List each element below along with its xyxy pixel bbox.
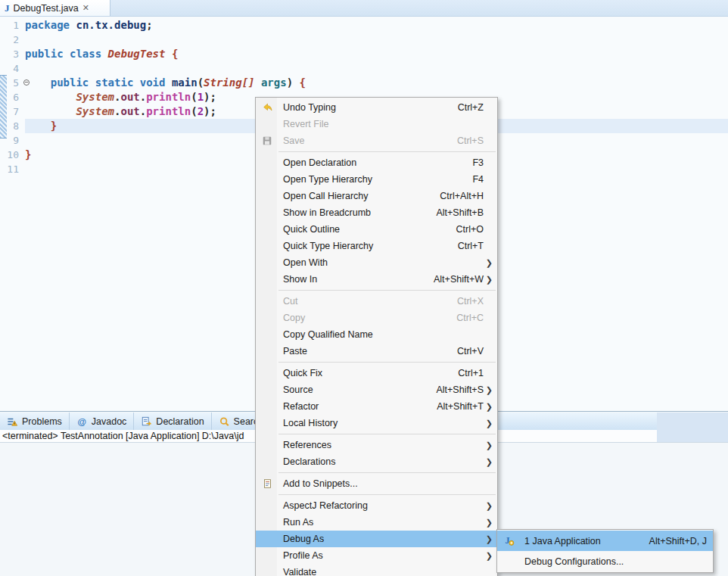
code-line-4[interactable]: 4 — [0, 61, 728, 76]
menu-item-label: Debug As — [278, 534, 324, 544]
tab-close-icon[interactable]: ✕ — [82, 3, 89, 13]
snippet-icon — [256, 478, 278, 489]
code-text: package cn.tx.debug; — [25, 18, 728, 33]
submenu-arrow-icon: ❯ — [484, 419, 493, 428]
menu-item-label: Open Type Hierarchy — [278, 174, 372, 185]
code-text: public static void main(String[] args) { — [25, 76, 728, 90]
line-number[interactable]: 4 — [0, 61, 25, 76]
view-tab-label: Declaration — [156, 416, 204, 427]
submenu-arrow-icon: ❯ — [484, 501, 493, 511]
menu-item-shortcut: Alt+Shift+S — [421, 385, 484, 395]
menu-item-label: Copy — [278, 313, 305, 323]
submenu-item-debug-configurations[interactable]: Debug Configurations... — [497, 551, 713, 571]
editor-tabbar: J DebugTest.java ✕ — [0, 0, 728, 17]
menu-item-quick-fix[interactable]: Quick FixCtrl+1 — [256, 365, 497, 381]
menu-item-quick-outline[interactable]: Quick OutlineCtrl+O — [256, 221, 497, 238]
menu-separator — [278, 434, 496, 434]
menu-item-run-as[interactable]: Run As❯ — [256, 514, 497, 531]
code-text — [25, 33, 728, 47]
menu-item-profile-as[interactable]: Profile As❯ — [256, 547, 497, 564]
menu-item-shortcut: Ctrl+C — [441, 313, 484, 323]
editor-context-menu: Undo TypingCtrl+ZRevert FileSaveCtrl+SOp… — [255, 97, 498, 576]
menu-item-revert-file: Revert File — [256, 116, 497, 132]
code-line-5[interactable]: 5 public static void main(String[] args)… — [0, 76, 728, 90]
line-number[interactable]: 11 — [0, 162, 25, 176]
menu-item-show-in[interactable]: Show InAlt+Shift+W❯ — [256, 271, 497, 288]
menu-item-label: Quick Outline — [278, 224, 340, 235]
submenu-arrow-icon: ❯ — [484, 275, 493, 285]
menu-item-open-declaration[interactable]: Open DeclarationF3 — [256, 154, 497, 171]
menu-item-shortcut: Ctrl+Z — [443, 102, 484, 113]
menu-item-copy: CopyCtrl+C — [256, 310, 497, 326]
menu-item-debug-as[interactable]: Debug As❯ — [256, 531, 497, 547]
submenu-arrow-icon: ❯ — [484, 534, 493, 544]
menu-item-shortcut: Ctrl+S — [442, 135, 484, 146]
menu-item-declarations[interactable]: Declarations❯ — [256, 453, 497, 470]
submenu-arrow-icon: ❯ — [484, 551, 493, 561]
line-number[interactable]: 9 — [0, 133, 25, 148]
menu-item-local-history[interactable]: Local History❯ — [256, 415, 497, 431]
code-line-2[interactable]: 2 — [0, 33, 728, 47]
view-tab-problems[interactable]: Problems — [0, 413, 70, 430]
menu-item-label: Show In — [278, 274, 317, 285]
line-number[interactable]: 6 — [0, 90, 25, 104]
search-icon — [219, 416, 230, 427]
menu-separator — [278, 494, 496, 495]
menu-item-quick-type-hierarchy[interactable]: Quick Type HierarchyCtrl+T — [256, 238, 497, 254]
menu-item-undo-typing[interactable]: Undo TypingCtrl+Z — [256, 99, 497, 116]
menu-separator — [278, 362, 496, 363]
code-line-1[interactable]: 1package cn.tx.debug; — [0, 18, 728, 33]
java-debug-icon: J — [497, 535, 521, 546]
menu-item-references[interactable]: References❯ — [256, 437, 497, 453]
menu-item-paste[interactable]: PasteCtrl+V — [256, 343, 497, 360]
line-number[interactable]: 8 — [0, 119, 25, 133]
menu-item-label: Copy Qualified Name — [278, 329, 373, 340]
menu-item-open-type-hierarchy[interactable]: Open Type HierarchyF4 — [256, 171, 497, 188]
code-line-3[interactable]: 3public class DebugTest { — [0, 47, 728, 61]
view-tab-javadoc[interactable]: @Javadoc — [70, 413, 135, 430]
menu-separator — [278, 472, 496, 473]
menu-separator — [278, 290, 496, 291]
menu-item-validate[interactable]: Validate — [256, 564, 497, 576]
javadoc-icon: @ — [76, 416, 88, 427]
menu-item-label: Refactor — [278, 401, 319, 412]
submenu-arrow-icon: ❯ — [484, 402, 493, 412]
menu-item-label: Save — [278, 135, 305, 146]
svg-text:@: @ — [77, 416, 86, 427]
menu-item-label: Profile As — [278, 550, 323, 561]
menu-item-add-to-snippets[interactable]: Add to Snippets... — [256, 475, 497, 492]
line-number[interactable]: 10 — [0, 148, 25, 162]
line-number[interactable]: 5 — [0, 76, 25, 90]
menu-item-label: Quick Fix — [278, 368, 322, 378]
line-number[interactable]: 1 — [0, 18, 25, 33]
menu-item-open-with[interactable]: Open With❯ — [256, 254, 497, 271]
menu-item-show-in-breadcrumb[interactable]: Show in BreadcrumbAlt+Shift+B — [256, 204, 497, 221]
submenu-arrow-icon: ❯ — [484, 518, 493, 528]
menu-item-label: Run As — [278, 517, 313, 528]
submenu-item-1-java-application[interactable]: J1 Java ApplicationAlt+Shift+D, J — [497, 531, 713, 551]
menu-item-cut: CutCtrl+X — [256, 293, 497, 310]
menu-item-shortcut: Ctrl+1 — [443, 368, 484, 378]
view-tab-declaration[interactable]: Declaration — [134, 413, 211, 430]
menu-item-label: Quick Type Hierarchy — [278, 241, 373, 251]
menu-item-open-call-hierarchy[interactable]: Open Call HierarchyCtrl+Alt+H — [256, 188, 497, 204]
line-number[interactable]: 7 — [0, 104, 25, 119]
menu-item-shortcut: Ctrl+Alt+H — [425, 191, 484, 201]
line-number[interactable]: 3 — [0, 47, 25, 61]
java-file-icon: J — [5, 2, 10, 14]
menu-item-label: Validate — [278, 567, 316, 576]
menu-item-copy-qualified-name[interactable]: Copy Qualified Name — [256, 326, 497, 343]
problems-icon — [7, 416, 18, 427]
menu-item-label: Source — [278, 385, 313, 395]
menu-item-aspectj-refactoring[interactable]: AspectJ Refactoring❯ — [256, 497, 497, 514]
menu-separator — [278, 151, 496, 152]
menu-item-shortcut: Ctrl+V — [442, 346, 484, 356]
editor-tab-debugtest[interactable]: J DebugTest.java ✕ — [0, 0, 110, 16]
submenu-arrow-icon: ❯ — [484, 258, 493, 268]
menu-item-label: Declarations — [278, 456, 335, 467]
fold-marker-icon[interactable] — [23, 79, 30, 86]
menu-item-source[interactable]: SourceAlt+Shift+S❯ — [256, 381, 497, 398]
menu-item-refactor[interactable]: RefactorAlt+Shift+T❯ — [256, 398, 497, 415]
submenu-arrow-icon: ❯ — [484, 441, 493, 450]
line-number[interactable]: 2 — [0, 33, 25, 47]
